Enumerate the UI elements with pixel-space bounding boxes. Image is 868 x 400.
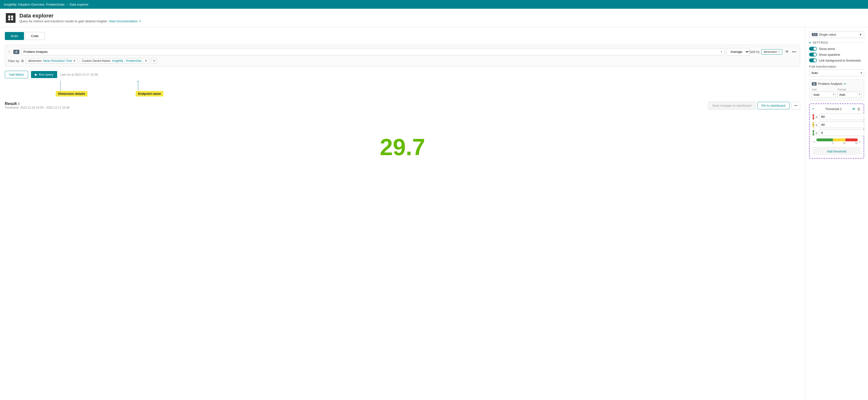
color-chip-red[interactable]: ▾ bbox=[812, 114, 814, 120]
filter-row: Filter by ⊞ dimension: Mean Resolution T… bbox=[8, 58, 797, 64]
svg-rect-3 bbox=[11, 19, 13, 20]
save-to-dashboard-button: Save changes to dashboard bbox=[708, 102, 755, 109]
add-metric-button[interactable]: Add Metric bbox=[5, 71, 28, 78]
page-subtitle: Query for metrics and transform results … bbox=[20, 20, 141, 23]
threshold-section: ▾ Threshold 1 👁 🗑 ▾ ≥ ▾ ≥ bbox=[809, 103, 864, 158]
result-more-options-button[interactable]: ••• bbox=[792, 102, 800, 109]
filter-chip-2-close[interactable]: ✕ bbox=[145, 59, 147, 63]
dimension-chip[interactable]: dimension ✕ bbox=[762, 49, 782, 55]
result-actions: Save changes to dashboard Pin to dashboa… bbox=[708, 102, 800, 109]
last-run-text: Last run at 2022-12-17 15:39. bbox=[60, 73, 98, 76]
color-chip-yellow[interactable]: ▾ bbox=[812, 122, 814, 128]
row-actions: 👁 ••• bbox=[784, 49, 797, 55]
metric-card-header: A Problem Analysis ✏ bbox=[812, 82, 862, 86]
unit-format-row: Unit Auto ▾ Format Auto ▾ bbox=[812, 88, 862, 98]
result-title: Result ℹ bbox=[5, 101, 69, 106]
threshold-input-green[interactable] bbox=[819, 129, 864, 136]
left-panel: Build Code ⠿ A Problem Analysis ▾ Averag… bbox=[0, 27, 805, 400]
aggregation-select[interactable]: Average bbox=[726, 48, 749, 56]
result-timeframe: Timeframe: 2022-12-16 15:39 – 2022-12-17… bbox=[5, 106, 69, 109]
color-bar-row: -∞ 0 40 60 ∞ bbox=[812, 139, 861, 145]
add-filter-btn[interactable]: + bbox=[151, 58, 157, 64]
format-select[interactable]: Auto bbox=[838, 92, 862, 98]
annotations-area: Dimension details Endpoint name bbox=[5, 81, 800, 98]
page-icon bbox=[6, 13, 16, 23]
tab-code[interactable]: Code bbox=[25, 32, 44, 40]
run-query-button[interactable]: ▶ Run query bbox=[31, 71, 57, 78]
threshold-section-actions: 👁 🗑 bbox=[852, 107, 861, 111]
more-options-btn[interactable]: ••• bbox=[791, 49, 797, 55]
color-chip-green-arrow: ▾ bbox=[813, 132, 814, 134]
run-icon: ▶ bbox=[35, 73, 37, 76]
color-bar-inf-left: -∞ bbox=[812, 140, 815, 143]
breadcrumb-part1[interactable]: Insightify: Adoption Overview: ProblemDa… bbox=[4, 3, 64, 6]
unit-select[interactable]: Auto bbox=[812, 92, 836, 98]
unit-col: Unit Auto ▾ bbox=[812, 88, 836, 98]
show-sparkline-toggle[interactable] bbox=[809, 53, 817, 57]
view-documentation-link[interactable]: View Documentation ↗ bbox=[109, 20, 141, 23]
metric-label-a: A bbox=[13, 50, 20, 54]
threshold-title: Threshold 1 bbox=[825, 107, 842, 111]
tab-bar: Build Code bbox=[5, 32, 800, 40]
format-col: Format Auto ▾ bbox=[838, 88, 862, 98]
settings-collapse-icon[interactable]: ▾ bbox=[809, 41, 811, 44]
threshold-collapse-icon[interactable]: ▾ bbox=[812, 107, 814, 111]
result-value: 29.7 bbox=[380, 134, 425, 160]
color-bar-ticks: 0 40 60 bbox=[816, 142, 858, 145]
format-label: Format bbox=[838, 88, 862, 91]
tab-build[interactable]: Build bbox=[5, 32, 24, 40]
threshold-gte-yellow: ≥ bbox=[816, 123, 817, 127]
page-header: Data explorer Query for metrics and tran… bbox=[0, 9, 868, 27]
split-by-label: Split by bbox=[749, 50, 760, 54]
edit-metric-icon[interactable]: ✏ bbox=[844, 82, 846, 86]
color-chip-green[interactable]: ▾ bbox=[812, 130, 814, 136]
threshold-input-yellow[interactable] bbox=[819, 121, 864, 128]
fold-label: Fold transformation bbox=[809, 65, 864, 68]
result-info-icon: ℹ bbox=[18, 102, 20, 106]
pin-to-dashboard-button[interactable]: Pin to dashboard bbox=[757, 102, 789, 109]
bar-tick-60: 60 bbox=[855, 142, 858, 145]
breadcrumb-arrow: › bbox=[66, 2, 68, 6]
filter-chip-1[interactable]: dimension: Mean Resolution Time ✕ bbox=[26, 58, 78, 63]
metric-card: A Problem Analysis ✏ Unit Auto ▾ Format bbox=[809, 79, 864, 101]
result-title-group: Result ℹ Timeframe: 2022-12-16 15:39 – 2… bbox=[5, 101, 69, 109]
bar-tick-40: 40 bbox=[843, 142, 846, 145]
endpoint-callout: Endpoint name bbox=[136, 91, 163, 96]
add-threshold-button[interactable]: Add threshold bbox=[812, 147, 861, 155]
eye-icon-btn[interactable]: 👁 bbox=[784, 49, 790, 55]
link-background-label: Link background to thresholds bbox=[819, 59, 861, 62]
bar-tick-0: 0 bbox=[832, 142, 834, 145]
metric-row-top: ⠿ A Problem Analysis ▾ Average ▾ Split b… bbox=[8, 48, 797, 56]
unit-label: Unit bbox=[812, 88, 836, 91]
right-panel: 2.3 Single value ▾ ▾ Settings Show trend… bbox=[805, 27, 868, 400]
fold-select[interactable]: Auto bbox=[809, 69, 864, 76]
dimension-chip-close[interactable]: ✕ bbox=[778, 50, 780, 53]
drag-handle[interactable]: ⠿ bbox=[8, 50, 10, 54]
result-header: Result ℹ Timeframe: 2022-12-16 15:39 – 2… bbox=[5, 101, 800, 109]
svg-rect-2 bbox=[8, 19, 10, 20]
result-value-area: 29.7 bbox=[5, 111, 800, 184]
result-section: Result ℹ Timeframe: 2022-12-16 15:39 – 2… bbox=[5, 101, 800, 184]
link-background-toggle[interactable] bbox=[809, 58, 817, 62]
color-chip-yellow-arrow: ▾ bbox=[813, 124, 814, 126]
threshold-input-red[interactable] bbox=[819, 114, 864, 120]
threshold-gte-green: ≥ bbox=[816, 131, 817, 135]
color-bar-inf-right: ∞ bbox=[859, 140, 861, 143]
show-trend-toggle[interactable] bbox=[809, 47, 817, 51]
settings-header: ▾ Settings bbox=[809, 41, 864, 44]
color-bar bbox=[816, 139, 858, 141]
main-layout: Build Code ⠿ A Problem Analysis ▾ Averag… bbox=[0, 27, 868, 400]
svg-rect-0 bbox=[8, 16, 10, 18]
filter-icon: ⊞ bbox=[21, 59, 24, 63]
page-header-text: Data explorer Query for metrics and tran… bbox=[20, 12, 141, 23]
color-chip-red-arrow: ▾ bbox=[813, 116, 814, 118]
filter-chip-1-close[interactable]: ✕ bbox=[73, 59, 75, 63]
threshold-delete-btn[interactable]: 🗑 bbox=[857, 107, 861, 111]
metric-row: ⠿ A Problem Analysis ▾ Average ▾ Split b… bbox=[5, 45, 800, 67]
show-sparkline-label: Show sparkline bbox=[819, 53, 840, 57]
viz-type-selector[interactable]: 2.3 Single value ▾ bbox=[809, 31, 864, 38]
threshold-eye-btn[interactable]: 👁 bbox=[852, 107, 856, 111]
filter-chip-2[interactable]: Custom Device:Name: Insightify - Problem… bbox=[80, 58, 149, 63]
metric-card-label: A bbox=[812, 82, 817, 86]
metric-name-select[interactable]: Problem Analysis bbox=[21, 48, 724, 55]
